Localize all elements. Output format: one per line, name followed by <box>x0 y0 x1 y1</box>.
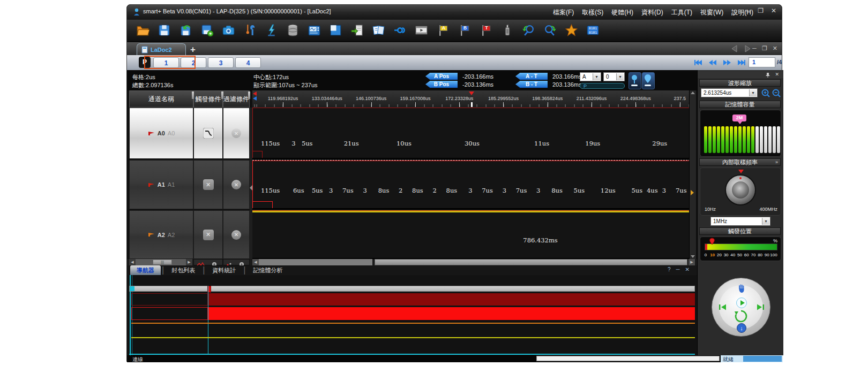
menu-item-2[interactable]: 硬體(H) <box>611 8 633 17</box>
page-next-button[interactable] <box>722 59 732 68</box>
navigator-panel[interactable] <box>127 275 697 355</box>
marker-pen-icon[interactable] <box>500 23 514 37</box>
flag-a-icon[interactable]: A <box>436 23 450 37</box>
save-back-icon[interactable] <box>178 23 192 37</box>
frequency-knob[interactable] <box>725 174 756 205</box>
page-prev-button[interactable] <box>708 59 717 68</box>
auto-repeat-icon[interactable] <box>734 309 748 323</box>
zoom-redo-icon[interactable] <box>543 23 557 37</box>
bottom-tab-3[interactable]: 記憶體分析 <box>246 265 289 275</box>
pin-panel-icon[interactable] <box>765 72 770 78</box>
table-scroll-thumb[interactable]: ||| <box>153 260 172 265</box>
tab-scroll-left-icon[interactable] <box>730 45 739 52</box>
column-splitter-1[interactable] <box>192 92 194 99</box>
column-header-filter[interactable]: 過濾條件 <box>223 90 250 108</box>
waveform-row-A2[interactable]: 786.432ms <box>252 210 695 259</box>
open-folder-icon[interactable] <box>136 23 149 37</box>
zoom-undo-icon[interactable] <box>521 23 535 37</box>
zoom-value-combo[interactable]: 2.613254us ▾ <box>701 88 758 97</box>
scroll-down-icon[interactable] <box>691 255 695 258</box>
trigger-condition-cell-A2[interactable]: ✕ <box>193 210 223 259</box>
channel-name-cell-A2[interactable]: A2 A2 <box>129 210 193 259</box>
filter-condition-cell-A0[interactable]: ✕ <box>223 108 250 159</box>
table-wave-splitter[interactable] <box>250 108 252 259</box>
navigation-wheel[interactable]: ↓ <box>712 278 770 337</box>
tab-scroll-right-icon[interactable] <box>743 45 752 52</box>
restore-button[interactable]: ❐ <box>758 7 764 14</box>
goto-trigger-button[interactable] <box>642 72 655 89</box>
page-button-3[interactable]: 3 <box>208 57 234 68</box>
instrument-icon[interactable] <box>307 23 321 37</box>
menu-item-0[interactable]: 檔案(F) <box>553 8 574 17</box>
export-file-icon[interactable] <box>350 23 364 37</box>
scroll-down-button[interactable]: ↓ <box>737 323 746 333</box>
bottom-tab-0[interactable]: 導航器 <box>130 265 161 275</box>
close-button[interactable]: ✕ <box>771 7 776 14</box>
panel-close-icon[interactable]: ✕ <box>775 72 779 77</box>
frequency-value-combo[interactable]: 1MHz ▾ <box>710 217 770 226</box>
column-splitter-3[interactable] <box>248 92 250 99</box>
page-button-4[interactable]: 4 <box>235 57 261 68</box>
file-compare-icon[interactable] <box>371 23 385 37</box>
flag-t-icon[interactable]: T <box>478 23 492 37</box>
doc-minimize-button[interactable]: ─ <box>752 45 757 52</box>
bottom-tab-2[interactable]: 資料統計 <box>206 265 242 275</box>
marker-select-combo[interactable]: A▾ <box>580 72 601 81</box>
tools-icon[interactable] <box>243 23 257 37</box>
minimize-button[interactable]: ─ <box>746 7 751 14</box>
a-t-badge[interactable]: A - T <box>515 73 548 80</box>
probe-lightning-icon[interactable] <box>264 23 278 37</box>
expand-panel-icon[interactable] <box>691 190 694 195</box>
freq-header-chevron[interactable]: » <box>775 159 778 165</box>
doc-restore-button[interactable]: ❐ <box>762 45 767 52</box>
wave-snapshot-cell[interactable] <box>193 259 223 265</box>
window-layout-icon[interactable] <box>328 23 342 37</box>
camera-icon[interactable] <box>221 23 235 37</box>
trigger-position-bar[interactable] <box>705 243 777 250</box>
menu-item-3[interactable]: 資料(D) <box>641 8 663 17</box>
flag-b-icon[interactable]: B <box>457 23 471 37</box>
a-pos-badge[interactable]: A Pos <box>425 73 458 80</box>
star-icon[interactable] <box>564 23 578 37</box>
zoom-out-icon[interactable] <box>772 88 781 98</box>
column-header-channel-name[interactable]: 通道名稱 <box>129 90 193 108</box>
connector-icon[interactable] <box>393 23 407 37</box>
page-number-input[interactable]: 1 <box>749 57 775 67</box>
pan-hand-icon[interactable] <box>737 284 746 293</box>
navigator-ruler[interactable] <box>129 286 695 292</box>
trigger-condition-cell-A0[interactable] <box>193 108 223 159</box>
tab-ladoc2[interactable]: LaDoc2 <box>137 43 186 55</box>
bottom-panel-control-1[interactable]: ─ <box>676 266 680 272</box>
wave-scroll-left[interactable]: ◀ <box>252 259 259 265</box>
waveform-vertical-scrollbar[interactable] <box>689 90 696 259</box>
bottom-tab-1[interactable]: 封包列表 <box>165 265 201 275</box>
table-scroll-right[interactable]: ▶ <box>186 259 192 265</box>
value-select-combo[interactable]: 0▾ <box>603 72 625 81</box>
b-t-badge[interactable]: B - T <box>515 81 548 88</box>
dot-snapshot-cell[interactable] <box>223 259 250 265</box>
scroll-up-icon[interactable] <box>691 92 695 94</box>
bottom-panel-control-0[interactable]: ? <box>668 266 671 272</box>
save-gear-icon[interactable] <box>200 23 214 37</box>
trigger-condition-cell-A1[interactable]: ✕ <box>193 160 223 209</box>
menu-item-5[interactable]: 視窗(W) <box>700 8 723 17</box>
navigator-view-start-marker[interactable] <box>130 286 134 291</box>
doc-close-button[interactable]: ✕ <box>773 45 777 52</box>
wave-scroll-right[interactable]: ▶ <box>689 259 695 265</box>
waveform-row-A1[interactable]: 115us6us5us37us38us28us28us37us37us38us5… <box>252 160 695 209</box>
add-tab-button[interactable]: + <box>190 44 196 55</box>
wave-scroll-thumb[interactable] <box>375 259 687 265</box>
menu-item-1[interactable]: 取樣(S) <box>582 8 603 17</box>
trigger-position-pin-icon[interactable] <box>709 238 715 246</box>
zoom-in-icon[interactable] <box>761 88 770 98</box>
page-last-button[interactable] <box>737 59 746 68</box>
channel-name-cell-A1[interactable]: A1 A1 <box>129 160 193 209</box>
filter-condition-cell-A1[interactable]: ✕ <box>223 160 250 209</box>
database-icon[interactable] <box>286 23 300 37</box>
b-pos-badge[interactable]: B Pos <box>425 81 458 88</box>
table-scroll-left[interactable]: ◀ <box>129 259 136 265</box>
trigger-marker-icon[interactable] <box>469 92 474 95</box>
column-splitter-2[interactable] <box>221 92 223 99</box>
page-first-button[interactable] <box>693 59 703 68</box>
bottom-panel-control-2[interactable]: ✕ <box>685 266 690 272</box>
